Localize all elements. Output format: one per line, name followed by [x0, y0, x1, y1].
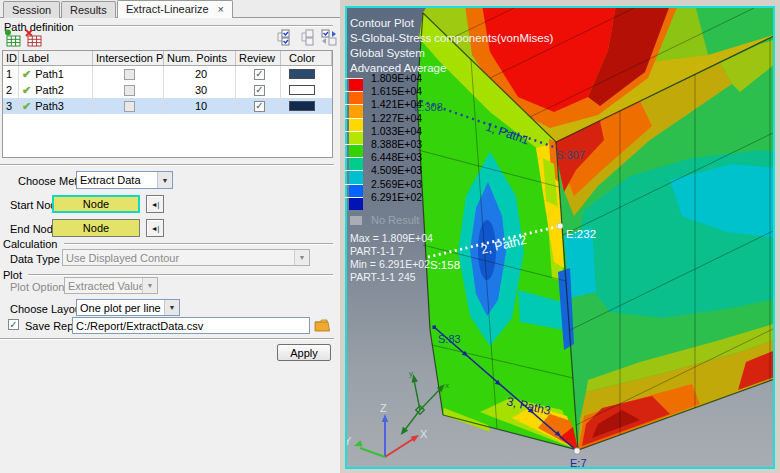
graphics-window-frame: E:308 1, Path1 S:307 S:158 2, Path2 E:23… — [340, 0, 780, 473]
browse-folder-icon[interactable] — [312, 316, 331, 335]
table-row-path1[interactable]: 1 ✔Path1 20 — [3, 66, 332, 82]
tab-session[interactable]: Session — [3, 1, 60, 18]
review-checkbox[interactable] — [254, 85, 265, 96]
header-label: Label — [19, 51, 93, 65]
legend-swatch — [349, 197, 363, 210]
cell-num-points[interactable]: 30 — [164, 82, 236, 98]
path3-end-node — [574, 448, 580, 454]
cell-id: 3 — [3, 98, 19, 114]
plot-title: Plot — [3, 269, 22, 281]
legend-swatch — [349, 170, 363, 183]
report-path-input[interactable] — [72, 317, 310, 334]
intersection-checkbox[interactable] — [124, 69, 135, 80]
max-value: Max = 1.809E+04 — [350, 232, 433, 245]
color-swatch[interactable] — [289, 85, 315, 95]
save-report-checkbox[interactable] — [8, 319, 19, 330]
choose-method-value: Extract Data — [77, 174, 157, 186]
z-axis-label: Z — [380, 402, 387, 414]
cell-id: 2 — [3, 82, 19, 98]
tab-extract-linearize[interactable]: Extract-Linearize × — [117, 0, 233, 18]
tab-results-label: Results — [70, 4, 107, 16]
path-label-text: Path2 — [35, 84, 64, 96]
header-review: Review — [236, 51, 281, 65]
path3-start-node — [433, 326, 437, 330]
close-tab-icon[interactable]: × — [218, 3, 224, 15]
data-type-combo[interactable]: Use Displayed Contour ▼ — [62, 249, 310, 266]
end-node-button[interactable]: Node — [52, 219, 140, 237]
chevron-down-icon[interactable]: ▼ — [157, 172, 172, 188]
legend-swatch — [349, 104, 363, 117]
path-label-text: Path1 — [35, 68, 64, 80]
start-node-button-label: Node — [83, 198, 109, 210]
chevron-down-icon: ▼ — [294, 250, 309, 265]
uncheck-all-review-icon[interactable] — [297, 27, 316, 46]
divider — [78, 25, 333, 27]
data-type-value: Use Displayed Contour — [63, 252, 294, 264]
intersection-checkbox[interactable] — [124, 85, 135, 96]
cell-label: ✔Path2 — [19, 82, 93, 98]
color-swatch[interactable] — [289, 69, 315, 79]
check-all-glyph — [274, 28, 292, 46]
path1-start-label: S:307 — [556, 149, 585, 161]
path-label-text: Path3 — [35, 100, 64, 112]
legend-value: 1.809E+04 — [371, 72, 422, 84]
path2-start-label: S:158 — [430, 259, 460, 271]
review-checkbox[interactable] — [254, 69, 265, 80]
divider — [64, 243, 333, 245]
legend-entry: 6.291E+02 — [347, 197, 497, 210]
color-swatch[interactable] — [289, 101, 315, 111]
legend-value: 2.569E+03 — [371, 178, 422, 190]
review-checkbox[interactable] — [254, 101, 265, 112]
min-part: PART-1-1 245 — [350, 271, 433, 284]
legend-colorbar: 1.809E+04 1.615E+04 1.421E+04 1.227E+04 … — [347, 78, 497, 210]
calculation-title: Calculation — [3, 238, 57, 250]
cell-label: ✔Path3 — [19, 98, 93, 114]
legend-swatch — [349, 131, 363, 144]
cell-intersection — [93, 98, 164, 114]
delete-path-icon[interactable] — [24, 28, 43, 47]
start-node-button[interactable]: Node — [52, 195, 140, 213]
legend-swatch — [349, 144, 363, 157]
min-value: Min = 6.291E+02 — [350, 258, 433, 271]
header-intersection: Intersection Pts — [93, 51, 164, 65]
delete-table-glyph — [25, 29, 43, 47]
tab-results[interactable]: Results — [61, 1, 116, 18]
intersection-checkbox[interactable] — [124, 101, 135, 112]
chevron-down-icon[interactable]: ▼ — [164, 300, 179, 315]
end-node-button-label: Node — [83, 222, 109, 234]
end-node-picker-icon[interactable] — [146, 219, 164, 237]
check-all-review-icon[interactable] — [273, 27, 292, 46]
path2-end-label: E:232 — [566, 228, 596, 240]
cell-intersection — [93, 66, 164, 82]
plot-options-combo[interactable]: Extracted Values ▼ — [64, 277, 158, 294]
apply-button[interactable]: Apply — [277, 344, 331, 361]
start-node-picker-icon[interactable] — [146, 195, 164, 213]
legend-no-result: No Result — [347, 214, 419, 226]
cell-review — [236, 82, 281, 98]
legend-system: Global System — [350, 46, 553, 61]
divider — [0, 164, 334, 166]
toggle-review-icon[interactable] — [319, 27, 338, 46]
path-valid-icon: ✔ — [22, 84, 31, 97]
3d-viewport[interactable]: E:308 1, Path1 S:307 S:158 2, Path2 E:23… — [345, 6, 775, 469]
divider — [0, 338, 334, 340]
table-row-path3[interactable]: 3 ✔Path3 10 — [3, 98, 332, 114]
choose-method-combo[interactable]: Extract Data ▼ — [76, 171, 173, 189]
chevron-down-icon: ▼ — [142, 278, 157, 293]
cell-num-points[interactable]: 20 — [164, 66, 236, 82]
table-row-path2[interactable]: 2 ✔Path2 30 — [3, 82, 332, 98]
extract-linearize-app: Session Results Extract-Linearize × Path… — [0, 0, 780, 473]
tab-session-label: Session — [12, 4, 51, 16]
legend-value: 1.227E+04 — [371, 112, 422, 124]
cell-id: 1 — [3, 66, 19, 82]
path-definition-table: ID Label Intersection Pts Num. Points Re… — [2, 50, 333, 158]
add-table-glyph — [4, 29, 22, 47]
cell-num-points[interactable]: 10 — [164, 98, 236, 114]
choose-layout-combo[interactable]: One plot per line ▼ — [76, 299, 180, 316]
path2-end-node — [557, 223, 563, 229]
path-valid-icon: ✔ — [22, 68, 31, 81]
divider — [28, 274, 333, 276]
add-path-icon[interactable] — [3, 28, 22, 47]
table-header-row: ID Label Intersection Pts Num. Points Re… — [3, 51, 332, 66]
legend-value: 6.291E+02 — [371, 191, 422, 203]
